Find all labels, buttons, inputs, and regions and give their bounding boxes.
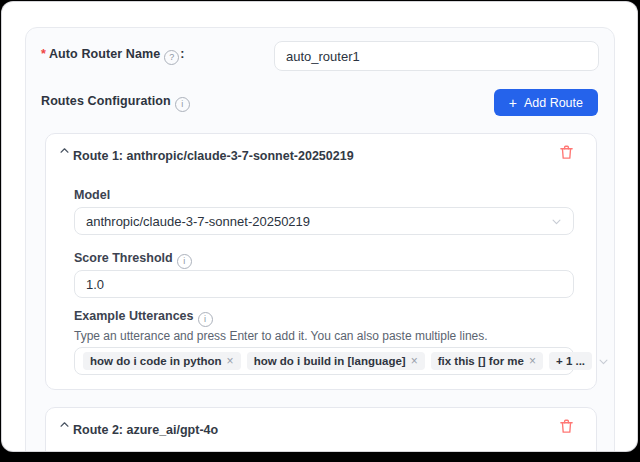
trash-icon: [559, 418, 575, 435]
route-1-panel: Route 1: anthropic/claude-3-7-sonnet-202…: [45, 133, 597, 390]
model-label: Model: [74, 188, 110, 202]
collapse-route-2-button[interactable]: [57, 417, 71, 431]
plus-icon: +: [509, 96, 517, 110]
delete-route-1-button[interactable]: [559, 143, 575, 161]
auto-router-name-input[interactable]: [274, 41, 599, 71]
add-route-button-label: Add Route: [524, 96, 583, 110]
example-utterances-label-text: Example Utterances: [74, 309, 194, 323]
utterance-overflow-tag: + 1 ...: [549, 352, 592, 370]
model-select[interactable]: anthropic/claude-3-7-sonnet-20250219: [74, 207, 574, 235]
auto-router-name-row: *Auto Router Name?:: [41, 41, 599, 71]
auto-router-name-label: *Auto Router Name?:: [41, 47, 274, 65]
example-utterances-tag-select[interactable]: how do i code in python × how do i build…: [74, 347, 574, 375]
info-icon[interactable]: i: [175, 97, 190, 112]
required-mark: *: [41, 47, 46, 61]
auto-router-form-card: *Auto Router Name?: Routes Configuration…: [25, 27, 615, 451]
chevron-down-icon: [551, 216, 562, 227]
score-threshold-input[interactable]: [75, 271, 573, 297]
route-2-panel: Route 2: azure_ai/gpt-4o: [45, 407, 597, 451]
tag-close-icon[interactable]: ×: [529, 355, 536, 367]
score-threshold-label: Score Thresholdi: [74, 251, 193, 269]
delete-route-2-button[interactable]: [559, 417, 575, 435]
chevron-down-icon: [598, 356, 609, 367]
auto-router-name-label-text: Auto Router Name: [49, 47, 160, 61]
utterance-tag-text: how do i build in [language]: [254, 355, 406, 367]
collapse-route-1-button[interactable]: [57, 143, 71, 157]
label-colon: :: [180, 47, 184, 61]
info-icon[interactable]: i: [198, 312, 213, 327]
utterance-tag-text: fix this [] for me: [438, 355, 524, 367]
example-utterances-label: Example Utterancesi: [74, 309, 214, 327]
route-1-title: Route 1: anthropic/claude-3-7-sonnet-202…: [73, 149, 354, 163]
utterance-tag: how do i code in python ×: [83, 352, 241, 370]
score-threshold-field: [74, 270, 574, 298]
info-icon[interactable]: i: [177, 254, 192, 269]
utterance-tag: fix this [] for me ×: [431, 352, 543, 370]
score-threshold-label-text: Score Threshold: [74, 251, 173, 265]
help-icon[interactable]: ?: [164, 50, 179, 65]
add-route-button[interactable]: + Add Route: [494, 89, 598, 116]
routes-configuration-label-text: Routes Configuration: [41, 94, 171, 108]
app-window: *Auto Router Name?: Routes Configuration…: [2, 2, 637, 451]
routes-configuration-label: Routes Configurationi: [41, 94, 191, 112]
route-2-title: Route 2: azure_ai/gpt-4o: [73, 423, 218, 437]
tag-close-icon[interactable]: ×: [227, 355, 234, 367]
example-utterances-help-text: Type an utterance and press Enter to add…: [74, 329, 488, 343]
tag-close-icon[interactable]: ×: [411, 355, 418, 367]
routes-configuration-row: Routes Configurationi + Add Route: [41, 89, 598, 116]
chevron-up-icon: [59, 419, 70, 430]
model-select-value: anthropic/claude-3-7-sonnet-20250219: [86, 214, 310, 229]
chevron-up-icon: [59, 145, 70, 156]
trash-icon: [559, 144, 575, 161]
utterance-tag: how do i build in [language] ×: [247, 352, 425, 370]
utterance-tag-text: how do i code in python: [90, 355, 222, 367]
